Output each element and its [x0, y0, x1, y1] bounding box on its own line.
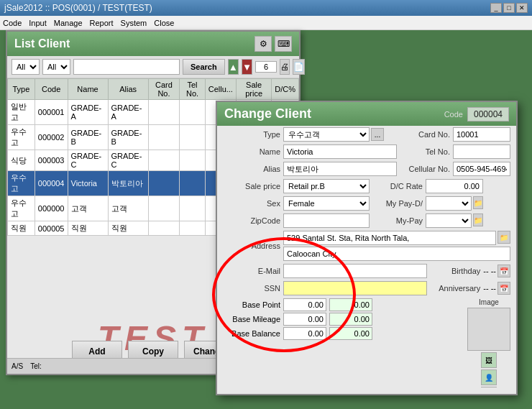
status-as: A/S — [12, 362, 23, 370]
cell-alias: GRADE-B — [108, 125, 148, 150]
cell-alias: GRADE-A — [108, 100, 148, 125]
cell-name: GRADE-C — [68, 150, 108, 171]
cell-card — [148, 221, 180, 236]
menu-close[interactable]: Close — [154, 19, 174, 27]
zipcode-label: ZipCode — [223, 216, 280, 225]
alias-input[interactable] — [283, 162, 397, 176]
col-sale-price: Sale price — [236, 79, 271, 100]
my-pay-select[interactable] — [426, 213, 472, 228]
type-select[interactable]: 우수고객 — [283, 127, 370, 142]
zipcode-input[interactable] — [283, 213, 370, 228]
address-label: Address — [223, 242, 280, 250]
nav-down-button[interactable]: ▼ — [242, 59, 252, 75]
cell-name: 고객 — [68, 196, 108, 221]
cellular-input[interactable] — [453, 162, 510, 176]
image-btn3[interactable]: 🔍 — [481, 387, 497, 387]
sex-select[interactable]: Female Male — [283, 196, 370, 211]
search-button[interactable]: Search — [183, 59, 225, 75]
search-input[interactable] — [73, 59, 180, 75]
image-btn1[interactable]: 🖼 — [481, 352, 497, 368]
title-bar-controls: _ □ ✕ — [490, 3, 528, 13]
email-input[interactable] — [283, 264, 427, 278]
cell-name: 직원 — [68, 221, 108, 236]
cell-type: 일반고 — [8, 100, 35, 125]
cell-type: 직원 — [8, 221, 35, 236]
dc-rate-input[interactable] — [426, 179, 483, 193]
type-filter-select[interactable]: All — [12, 59, 40, 75]
dialog-code-area: Code 000004 — [444, 107, 509, 121]
email-label: E-Mail — [223, 267, 280, 275]
address2-input[interactable] — [283, 247, 510, 261]
zipcode-row: ZipCode My-Pay 📁 — [217, 212, 516, 229]
image-btn2[interactable]: 👤 — [481, 369, 497, 385]
grade-filter-select[interactable]: All — [42, 59, 70, 75]
close-button[interactable]: ✕ — [516, 3, 528, 13]
menu-manage[interactable]: Manage — [54, 19, 83, 27]
menu-system[interactable]: System — [121, 19, 147, 27]
maximize-button[interactable]: □ — [503, 3, 515, 13]
title-bar: jSale2012 :: POS(0001) / TEST(TEST) _ □ … — [0, 0, 532, 16]
col-cell: Cellu... — [205, 79, 236, 100]
my-pay-d-container: 📁 — [426, 196, 483, 211]
minimize-button[interactable]: _ — [490, 3, 502, 13]
cell-type: 식당 — [8, 150, 35, 171]
export-button[interactable]: 📄 — [293, 59, 305, 75]
base-balance-input[interactable] — [283, 327, 326, 340]
menu-report[interactable]: Report — [90, 19, 114, 27]
my-pay-container: 📁 — [426, 213, 483, 228]
base-mileage-right-input[interactable] — [329, 313, 372, 326]
type-browse-btn[interactable]: ... — [371, 128, 384, 141]
col-code: Code — [35, 79, 68, 100]
base-balance-right-input[interactable] — [329, 327, 372, 340]
image-box — [467, 308, 510, 351]
cell-alias: 직원 — [108, 221, 148, 236]
record-count: 6 — [255, 61, 277, 73]
menu-bar: Code Input Manage Report System Close — [0, 16, 532, 30]
cell-type: 우수고 — [8, 196, 35, 221]
my-pay-d-select[interactable] — [426, 196, 472, 211]
cell-code: 000001 — [35, 100, 68, 125]
my-pay-d-btn[interactable]: 📁 — [473, 196, 483, 209]
address-row: Address 📁 — [217, 229, 516, 262]
menu-code[interactable]: Code — [3, 19, 22, 27]
base-point-right-input[interactable] — [329, 298, 372, 311]
address1-input[interactable] — [283, 231, 496, 245]
keyboard-icon-btn[interactable]: ⌨ — [275, 36, 292, 52]
cell-tel — [180, 100, 205, 125]
dialog-title: Change Client — [224, 106, 311, 121]
cell-type: 우수고 — [8, 125, 35, 150]
cell-tel — [180, 196, 205, 221]
code-value: 000004 — [467, 107, 509, 121]
my-pay-label: My-Pay — [372, 216, 423, 225]
status-tel: Tel: — [30, 362, 42, 370]
card-no-input[interactable] — [453, 127, 510, 142]
my-pay-btn[interactable]: 📁 — [473, 213, 483, 226]
ssn-row: SSN Anniversary -- -- 📅 — [217, 280, 516, 297]
birthday-picker-btn[interactable]: 📅 — [497, 265, 510, 277]
anniversary-container: -- -- 📅 — [483, 282, 510, 295]
birthday-label: Birthday — [430, 267, 480, 275]
image-section: Image 🖼 👤 🔍 — [467, 298, 510, 387]
tel-input[interactable] — [453, 144, 510, 159]
list-client-title: List Client — [14, 37, 70, 50]
print-button[interactable]: 🖨 — [280, 59, 290, 75]
menu-input[interactable]: Input — [29, 19, 46, 27]
birthday-value: -- -- — [483, 267, 496, 275]
address-browse-btn[interactable]: 📁 — [497, 231, 510, 244]
sale-price-select[interactable]: Retail pr.B — [283, 179, 370, 193]
base-point-input[interactable] — [283, 298, 326, 311]
col-card: Card No. — [148, 79, 180, 100]
ssn-input[interactable] — [283, 281, 427, 295]
filter-row: All All Search ▲ ▼ 6 🖨 📄 — [7, 56, 299, 78]
base-point-row: Base Point — [223, 298, 459, 311]
base-mileage-input[interactable] — [283, 313, 326, 326]
base-left: Base Point Base Mileage Base Balance — [223, 298, 459, 387]
nav-up-button[interactable]: ▲ — [228, 59, 239, 75]
settings-icon-btn[interactable]: ⚙ — [254, 36, 272, 52]
cell-tel — [180, 171, 205, 196]
cell-name: GRADE-A — [68, 100, 108, 125]
anniversary-picker-btn[interactable]: 📅 — [497, 282, 510, 295]
sale-price-label: Sale price — [223, 182, 280, 190]
name-input[interactable] — [283, 144, 397, 159]
cell-tel — [180, 150, 205, 171]
